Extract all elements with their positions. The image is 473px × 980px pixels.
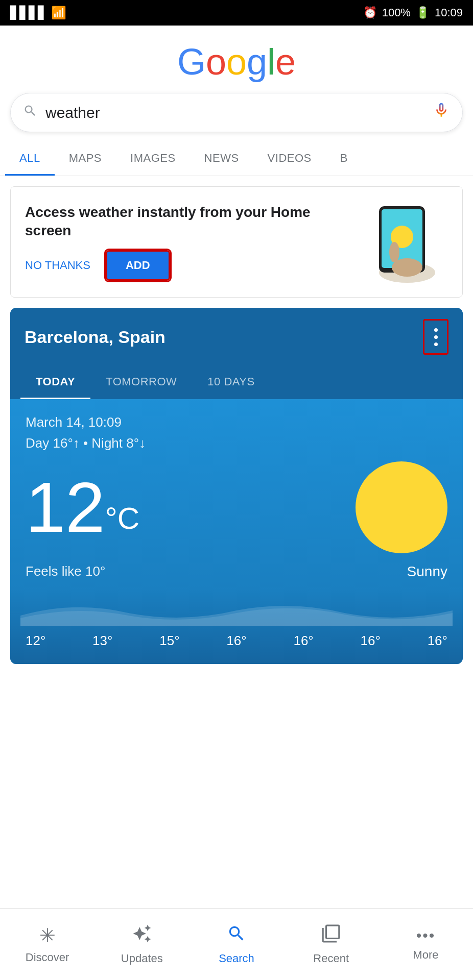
- weather-tabs: TODAY TOMORROW 10 DAYS: [10, 366, 463, 399]
- weather-temp-section: 12°C: [26, 466, 139, 549]
- tab-all[interactable]: ALL: [5, 142, 55, 176]
- promo-content: Access weather instantly from your Home …: [25, 203, 356, 281]
- weather-card: Barcelona, Spain TODAY TOMORROW 10 DAYS …: [10, 308, 463, 664]
- tab-images[interactable]: IMAGES: [116, 142, 190, 176]
- search-nav-label: Search: [219, 952, 254, 965]
- phone-illustration: [366, 201, 438, 283]
- logo-e: e: [275, 41, 296, 82]
- weather-tab-tomorrow[interactable]: TOMORROW: [90, 366, 192, 399]
- signal-icon: ▋▋▋▋: [10, 6, 47, 20]
- nav-recent[interactable]: Recent: [284, 909, 379, 980]
- weather-sun-icon: [356, 461, 447, 553]
- search-icon: [23, 104, 37, 121]
- nav-updates[interactable]: Updates: [94, 909, 189, 980]
- status-left: ▋▋▋▋ 📶: [10, 6, 66, 20]
- promo-actions: NO THANKS ADD: [25, 250, 356, 281]
- promo-image: [366, 201, 448, 283]
- weather-hourly-temps: 12° 13° 15° 16° 16° 16° 16°: [20, 623, 453, 664]
- weather-main: 12°C: [26, 461, 447, 553]
- battery-icon: 🔋: [416, 6, 430, 19]
- hourly-temp-2: 13°: [92, 633, 112, 649]
- hourly-temp-7: 16°: [428, 633, 447, 649]
- weather-tab-today[interactable]: TODAY: [20, 366, 90, 399]
- weather-hourly-section: 12° 13° 15° 16° 16° 16° 16°: [10, 590, 463, 664]
- hourly-temp-3: 15°: [159, 633, 179, 649]
- tab-news[interactable]: NEWS: [190, 142, 253, 176]
- more-icon: •••: [416, 927, 436, 944]
- logo-o2: o: [226, 41, 247, 82]
- weather-wave: [20, 595, 453, 626]
- weather-feels-like: Feels like 10°: [26, 564, 105, 580]
- menu-dot-2: [434, 335, 438, 339]
- search-nav-icon: [227, 924, 246, 948]
- weather-temperature: 12: [26, 467, 105, 547]
- nav-more[interactable]: ••• More: [379, 909, 473, 980]
- discover-icon: ✳: [39, 924, 56, 947]
- recent-icon: [321, 924, 341, 948]
- menu-dot-3: [434, 342, 438, 346]
- no-thanks-button[interactable]: NO THANKS: [25, 259, 90, 272]
- promo-title: Access weather instantly from your Home …: [25, 203, 356, 240]
- weather-body: March 14, 10:09 Day 16°↑ • Night 8°↓ 12°…: [10, 399, 463, 590]
- hourly-temp-1: 12°: [26, 633, 45, 649]
- search-tabs: ALL MAPS IMAGES NEWS VIDEOS B: [0, 142, 473, 176]
- status-right: ⏰ 100% 🔋 10:09: [363, 6, 463, 19]
- more-label: More: [413, 948, 438, 962]
- tab-videos[interactable]: VIDEOS: [253, 142, 326, 176]
- updates-icon: [132, 924, 152, 948]
- recent-label: Recent: [313, 952, 349, 965]
- status-bar: ▋▋▋▋ 📶 ⏰ 100% 🔋 10:09: [0, 0, 473, 26]
- weather-condition: Sunny: [407, 564, 447, 580]
- wifi-icon: 📶: [51, 6, 66, 20]
- nav-discover[interactable]: ✳ Discover: [0, 909, 94, 980]
- promo-card: Access weather instantly from your Home …: [10, 186, 463, 298]
- google-logo: Google: [0, 26, 473, 93]
- weather-range: Day 16°↑ • Night 8°↓: [26, 435, 447, 451]
- logo-g2: g: [247, 41, 267, 82]
- hourly-temp-5: 16°: [293, 633, 313, 649]
- mic-icon[interactable]: [433, 102, 450, 124]
- alarm-icon: ⏰: [363, 6, 377, 19]
- battery-text: 100%: [382, 6, 411, 19]
- tab-more-short[interactable]: B: [326, 142, 362, 176]
- weather-unit: °C: [105, 501, 139, 535]
- weather-date: March 14, 10:09: [26, 414, 447, 430]
- weather-menu-button[interactable]: [423, 319, 448, 355]
- discover-label: Discover: [26, 951, 69, 964]
- weather-tab-10days[interactable]: 10 DAYS: [192, 366, 270, 399]
- search-bar[interactable]: weather: [10, 93, 463, 132]
- bottom-nav: ✳ Discover Updates Search Recent ••• Mor…: [0, 908, 473, 980]
- logo-l: l: [267, 41, 275, 82]
- svg-point-6: [389, 242, 399, 262]
- hourly-temp-4: 16°: [226, 633, 246, 649]
- hourly-temp-6: 16°: [361, 633, 381, 649]
- tab-maps[interactable]: MAPS: [55, 142, 116, 176]
- search-query[interactable]: weather: [45, 104, 433, 121]
- menu-dot-1: [434, 328, 438, 332]
- weather-city: Barcelona, Spain: [25, 327, 165, 347]
- logo-g: G: [177, 41, 206, 82]
- main-content: ▋▋▋▋ 📶 ⏰ 100% 🔋 10:09 Google weather: [0, 0, 473, 736]
- nav-search[interactable]: Search: [189, 909, 283, 980]
- svg-rect-5: [394, 261, 420, 274]
- add-button[interactable]: ADD: [106, 250, 170, 281]
- logo-o1: o: [206, 41, 226, 82]
- weather-header: Barcelona, Spain: [10, 308, 463, 366]
- time-display: 10:09: [435, 6, 463, 19]
- updates-label: Updates: [121, 952, 163, 965]
